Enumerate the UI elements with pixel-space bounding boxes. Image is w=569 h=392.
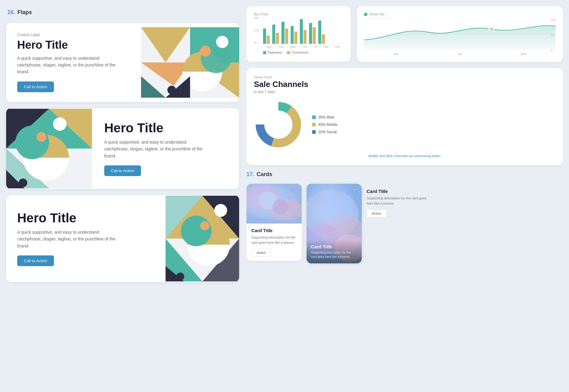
bar-chart-y-labels: 0K 10K 20K (254, 17, 259, 44)
card-1-title: Card Title (251, 228, 297, 233)
hero-1-content: Context Label Hero Title A quick support… (6, 23, 141, 102)
card-1-img-svg (246, 184, 302, 224)
card-2-title: Card Title (311, 244, 357, 249)
section-17-number: 17. (246, 171, 254, 178)
svg-point-27 (15, 126, 49, 159)
hero-3-image (166, 195, 239, 282)
ui-card-1: Card Title Supporting description for th… (246, 184, 302, 261)
bar-group-wed (281, 22, 288, 44)
bar-unit-yellow (322, 34, 325, 44)
bar-group-sat (309, 23, 316, 44)
svg-point-55 (265, 111, 292, 138)
hero-2-title: Hero Title (104, 121, 227, 135)
pageviews-dot (263, 51, 266, 54)
bar-thu-green (291, 26, 294, 44)
card-2-overlay: Card Title Supporting description for th… (307, 240, 362, 263)
hero-card-1: Context Label Hero Title A quick support… (6, 23, 239, 102)
svg-point-12 (200, 46, 211, 57)
bar-tue-yellow (276, 33, 279, 44)
donut-legend-social: 20% Social (312, 130, 338, 134)
donut-legend-web: 35% Web (312, 115, 338, 119)
social-dot (312, 130, 316, 134)
svg-point-47 (176, 273, 184, 281)
hero-1-cta[interactable]: Call to Action (17, 81, 54, 92)
section-17-heading: 17. Cards (246, 171, 563, 178)
bar-group-unit (318, 21, 325, 44)
bar-fri-green (300, 19, 303, 44)
donut-chart-legend: 35% Web 45% Mobile 20% Social (312, 115, 338, 134)
svg-point-29 (53, 117, 67, 131)
line-chart-card: Ghost Var... 0 50 100 (357, 6, 563, 62)
section-17-title: Cards (257, 171, 272, 178)
donut-footer: Mobile and Web Channels are performing b… (254, 154, 556, 158)
hero-1-context: Context Label (17, 33, 130, 37)
bar-mon-yellow (267, 36, 270, 44)
card-1-action[interactable]: Action (251, 249, 271, 257)
hero-1-title: Hero Title (17, 39, 130, 51)
bar-chart-x-labels: Mon Tue Wed Thu Fri Sat Unit (254, 45, 343, 48)
bar-chart-legend: Pageviews Conversions (254, 51, 343, 54)
svg-point-51 (489, 28, 495, 30)
hero-3-desc: A quick supportive, and easy to understa… (17, 229, 121, 249)
bar-tue-green (272, 24, 275, 44)
donut-chart-section: Donut Chart Sale Channels in last 7 days (246, 68, 563, 165)
svg-point-61 (273, 199, 288, 214)
card-1-body: Card Title Supporting description for th… (246, 224, 302, 261)
donut-chart-label: Donut Chart (254, 75, 556, 79)
hero-card-2: Hero Title A quick supportive, and easy … (6, 108, 239, 189)
svg-point-43 (181, 216, 212, 246)
donut-chart-title: Sale Channels (254, 80, 556, 89)
bar-chart-card: Bar Chart 0K 10K 20K (246, 6, 351, 62)
ui-card-3-partial: Card Title Supporting description for th… (367, 184, 428, 217)
hero-2-content: Hero Title A quick supportive, and easy … (92, 108, 239, 189)
web-dot (312, 115, 316, 119)
svg-point-31 (19, 179, 27, 187)
bar-group-mon (263, 28, 270, 44)
hero-1-image (141, 23, 239, 102)
bar-fri-yellow (304, 30, 307, 44)
bar-unit-green (318, 21, 321, 44)
conversions-dot (287, 51, 290, 54)
hero-1-desc: A quick supportive, and easy to understa… (17, 55, 121, 75)
bar-thu-yellow (294, 32, 297, 44)
donut-chart-content: 35% Web 45% Mobile 20% Social (254, 100, 556, 149)
donut-chart-visual (254, 100, 303, 149)
hero-2-image (6, 108, 92, 189)
svg-point-16 (167, 86, 176, 94)
ui-card-2: ··· Card Title Supporting description fo… (307, 184, 362, 263)
svg-point-13 (216, 36, 228, 48)
card-1-desc: Supporting description for the card goes… (251, 235, 297, 245)
bar-wed-yellow (285, 28, 288, 44)
donut-chart-subtitle: in last 7 days (254, 90, 556, 94)
card-1-image (246, 184, 302, 224)
bar-wed-green (281, 22, 284, 44)
cards-row: Card Title Supporting description for th… (246, 184, 563, 263)
hero-3-cta[interactable]: Call to Action (17, 255, 54, 266)
card-3-desc: Supporting description for the card goes… (367, 196, 428, 206)
ghost-var-dot (364, 13, 367, 16)
section-16-number: 16. (7, 9, 15, 16)
line-chart-label: Ghost Var... (364, 12, 556, 16)
hero-3-content: Hero Title A quick supportive, and easy … (6, 195, 166, 282)
bar-group-tue (272, 24, 279, 44)
section-16-heading: 16. Flaps (6, 9, 239, 16)
line-chart-svg (364, 18, 556, 49)
donut-legend-mobile: 45% Mobile (312, 123, 338, 127)
card-2-desc: Supporting description for the card goes… (311, 251, 357, 259)
bar-mon-green (263, 28, 266, 44)
bar-chart-label: Bar Chart (254, 12, 343, 16)
card-2-menu-icon[interactable]: ··· (353, 187, 359, 192)
line-chart-x-labels: Mon Tue Wed (364, 53, 556, 56)
hero-2-desc: A quick supportive, and easy to understa… (104, 139, 208, 159)
svg-point-44 (200, 221, 209, 230)
bar-group-thu (291, 26, 297, 44)
charts-row: Bar Chart 0K 10K 20K (246, 6, 563, 62)
section-16-title: Flaps (17, 9, 32, 16)
hero-2-cta[interactable]: Call to Action (104, 165, 141, 176)
svg-point-45 (214, 204, 227, 217)
card-3-title: Card Title (367, 189, 428, 194)
svg-point-28 (36, 132, 46, 142)
bar-sat-yellow (313, 27, 316, 44)
svg-point-66 (322, 193, 353, 224)
card-3-action[interactable]: Action (367, 209, 387, 217)
